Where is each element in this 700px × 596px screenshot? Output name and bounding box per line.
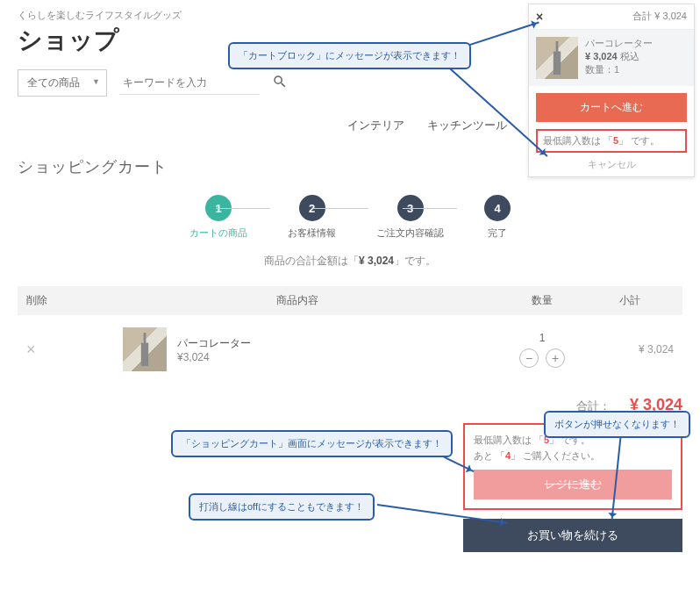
cart-block-thumb[interactable] — [536, 37, 578, 79]
step-4: 4完了 — [484, 195, 511, 240]
delete-button[interactable]: × — [26, 341, 36, 358]
cart-block-cancel[interactable]: キャンセル — [529, 153, 694, 176]
annotation-3: 打消し線はoffにすることもできます！ — [189, 493, 375, 521]
continue-shopping-button[interactable]: お買い物を続ける — [463, 519, 682, 552]
totals-line: 商品の合計金額は「¥ 3,024」です。 — [0, 254, 700, 286]
keyword-input[interactable] — [119, 71, 260, 95]
table-header: 削除 商品内容 数量 小計 — [18, 286, 682, 315]
annotation-4: ボタンが押せなくなります！ — [544, 411, 690, 438]
subtotal: ¥ 3,024 — [586, 343, 674, 355]
cart-block-warning: 最低購入数は 「5」 です。 — [536, 129, 687, 153]
category-select[interactable]: 全ての商品 — [18, 69, 107, 97]
product-thumb[interactable] — [123, 327, 167, 371]
annotation-1: 「カートブロック」にメッセージが表示できます！ — [228, 42, 471, 69]
qty-plus-button[interactable]: + — [546, 348, 565, 368]
table-row: × パーコレーター ¥3,024 1 − + ¥ 3,024 — [18, 315, 682, 384]
nav-kitchen[interactable]: キッチンツール — [427, 118, 507, 133]
cart-block-qty: 数量：1 — [585, 63, 653, 76]
nav-interior[interactable]: インテリア — [347, 118, 404, 133]
cart-block-total: 合計 ¥ 3,024 — [632, 10, 687, 24]
cart-block-popup: × 合計 ¥ 3,024 パーコレーター ¥ 3,024 税込 数量：1 カート… — [528, 4, 695, 177]
item-name: パーコレーター — [177, 336, 498, 351]
qty-minus-button[interactable]: − — [519, 348, 539, 368]
annotation-2: 「ショッピングカート」画面にメッセージが表示できます！ — [171, 430, 453, 457]
cart-block-go-button[interactable]: カートへ進む — [536, 93, 687, 122]
qty-value: 1 — [498, 332, 586, 344]
search-icon — [272, 74, 288, 90]
search-button[interactable] — [272, 74, 288, 92]
step-2: 2お客様情報 — [288, 195, 336, 240]
step-1: 1カートの商品 — [189, 195, 247, 240]
item-price: ¥3,024 — [177, 351, 498, 363]
step-3: 3ご注文内容確認 — [376, 195, 444, 240]
cart-block-item-name: パーコレーター — [585, 37, 653, 50]
checkout-button: レジに進む — [474, 470, 672, 499]
